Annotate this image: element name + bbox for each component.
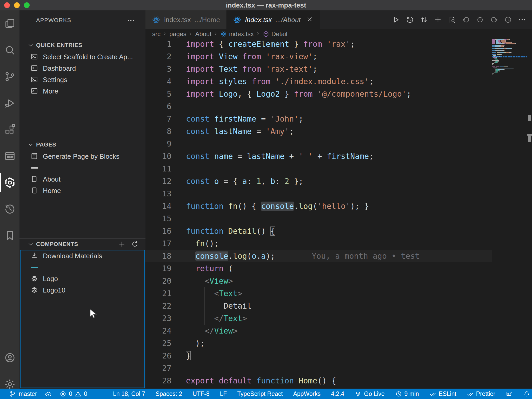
status-appworks[interactable]: AppWorks: [293, 390, 321, 397]
sidebar-item-logo[interactable]: Logo: [19, 273, 145, 284]
editor-action-open-changes[interactable]: [418, 13, 430, 26]
sidebar-item-about[interactable]: About: [19, 174, 145, 185]
sidebar-item-select-scaffold-to-create-ap[interactable]: Select Scaffold to Create Ap...: [19, 51, 145, 63]
tab-index-tsx-home[interactable]: index.tsx.../Home: [145, 10, 227, 29]
status-go-live[interactable]: Go Live: [355, 390, 384, 397]
status-encoding[interactable]: UTF-8: [192, 390, 209, 397]
breadcrumb-label: src: [152, 30, 161, 38]
status-indentation[interactable]: Spaces: 2: [156, 390, 182, 397]
breadcrumb-item-pages[interactable]: pages: [169, 30, 186, 38]
activity-item-source-control[interactable]: [0, 63, 19, 90]
status-time-tracker[interactable]: 9 min: [395, 390, 419, 397]
code-line-8[interactable]: 8const lastName = 'Amy';: [145, 125, 492, 138]
breadcrumb-item-detail[interactable]: Detail: [263, 30, 287, 38]
code-line-20[interactable]: 20 <View>: [145, 275, 492, 287]
editor-action-run[interactable]: [390, 13, 402, 26]
code-editor[interactable]: 1import { createElement } from 'rax';2im…: [145, 38, 492, 389]
breadcrumb-item-index-tsx[interactable]: index.tsx: [220, 30, 254, 38]
code-line-14[interactable]: 14function fn() { console.log('hello'); …: [145, 200, 492, 212]
status-branch[interactable]: master: [9, 390, 37, 397]
code-line-15[interactable]: 15: [145, 212, 492, 225]
status-version[interactable]: 4.2.4: [331, 390, 344, 397]
breadcrumb-item-src[interactable]: src: [152, 30, 161, 38]
close-tab-button[interactable]: [306, 16, 314, 24]
code-line-21[interactable]: 21 <Text>: [145, 287, 492, 300]
breadcrumb-item-about[interactable]: About: [195, 30, 211, 38]
code-line-16[interactable]: 16function Detail() {: [145, 225, 492, 237]
code-line-6[interactable]: 6: [145, 100, 492, 113]
activity-item-timeline[interactable]: [0, 196, 19, 222]
section-header-quick-entries[interactable]: QUICK ENTRIES: [19, 39, 145, 51]
code-line-26[interactable]: 26}: [145, 350, 492, 362]
sidebar-item-dashboard[interactable]: Dashboard: [19, 63, 145, 74]
code-line-22[interactable]: 22 Detail: [145, 300, 492, 312]
line-number: 7: [145, 113, 171, 125]
add-button[interactable]: [118, 240, 126, 248]
sidebar-item-more[interactable]: More: [19, 85, 145, 97]
code-line-13[interactable]: 13: [145, 188, 492, 200]
code-line-28[interactable]: 28export default function Home() {: [145, 375, 492, 387]
activity-item-account[interactable]: [0, 344, 19, 371]
activity-item-bookmarks[interactable]: [0, 222, 19, 249]
activity-bar: [0, 10, 19, 389]
activity-item-run-debug[interactable]: [0, 90, 19, 116]
sidebar-item-generate-page-by-blocks[interactable]: Generate Page by Blocks: [19, 151, 145, 162]
code-line-1[interactable]: 1import { createElement } from 'rax';: [145, 38, 492, 50]
tab-index-tsx-about[interactable]: index.tsx.../About: [227, 10, 320, 29]
sidebar-item-settings[interactable]: Settings: [19, 74, 145, 85]
status-cursor-position[interactable]: Ln 18, Col 7: [113, 390, 145, 397]
minimap[interactable]: [492, 39, 527, 148]
refresh-button[interactable]: [131, 240, 139, 248]
activity-item-search[interactable]: [0, 37, 19, 63]
activity-item-appworks[interactable]: [0, 169, 19, 196]
status-label: AppWorks: [293, 390, 321, 397]
code-line-7[interactable]: 7const firstName = 'John';: [145, 113, 492, 125]
status-sync[interactable]: [45, 390, 52, 397]
code-line-9[interactable]: 9: [145, 138, 492, 150]
editor-action-more-actions[interactable]: [516, 13, 528, 26]
status-notifications[interactable]: [523, 390, 530, 397]
code-line-19[interactable]: 19 return (: [145, 262, 492, 275]
circle-right-icon: [490, 16, 498, 24]
sidebar-item-label: Generate Page by Blocks: [43, 152, 119, 161]
line-number: 12: [145, 175, 171, 188]
status-problems[interactable]: 00: [59, 390, 87, 397]
editor-action-nav-forward[interactable]: [488, 13, 500, 26]
code-line-23[interactable]: 23 </Text>: [145, 312, 492, 325]
activity-item-extensions[interactable]: [0, 116, 19, 143]
sidebar-item-home[interactable]: Home: [19, 185, 145, 196]
editor-action-search-editor[interactable]: [446, 13, 458, 26]
section-label: COMPONENTS: [36, 241, 78, 248]
code-line-17[interactable]: 17 fn();: [145, 237, 492, 250]
editor-action-nav-dot[interactable]: [474, 13, 486, 26]
section-header-components[interactable]: COMPONENTS: [19, 238, 145, 250]
editor-action-timer[interactable]: [502, 13, 514, 26]
sidebar-item-download-materials[interactable]: Download Materials: [19, 250, 145, 262]
status-prettier[interactable]: Prettier: [467, 390, 495, 397]
status-eslint[interactable]: ESLint: [429, 390, 456, 397]
code-line-25[interactable]: 25 );: [145, 337, 492, 350]
code-line-10[interactable]: 10const name = lastName + ' ' + firstNam…: [145, 150, 492, 163]
editor-action-nav-back[interactable]: [460, 13, 472, 26]
status-language[interactable]: TypeScript React: [237, 390, 283, 397]
sidebar-item-logo10[interactable]: Logo10: [19, 284, 145, 296]
code-line-24[interactable]: 24 </View>: [145, 325, 492, 337]
status-feedback[interactable]: [506, 390, 513, 397]
code-line-4[interactable]: 4import styles from './index.module.css'…: [145, 75, 492, 88]
more-actions-icon[interactable]: [127, 16, 135, 25]
code-line-11[interactable]: 11: [145, 163, 492, 175]
code-line-3[interactable]: 3import Text from 'rax-text';: [145, 63, 492, 75]
code-line-18[interactable]: 18 console.log(o.a);You, a month ago • t…: [145, 250, 492, 262]
code-line-12[interactable]: 12const o = { a: 1, b: 2 };: [145, 175, 492, 188]
section-header-pages[interactable]: PAGES: [19, 139, 145, 150]
line-number: 11: [145, 163, 171, 175]
code-line-2[interactable]: 2import View from 'rax-view';: [145, 50, 492, 63]
activity-item-app-preview[interactable]: [0, 143, 19, 169]
code-line-27[interactable]: 27: [145, 362, 492, 375]
editor-action-new-file[interactable]: [432, 13, 444, 26]
activity-item-explorer[interactable]: [0, 10, 19, 37]
status-eol[interactable]: LF: [220, 390, 227, 397]
status-label: 4.2.4: [331, 390, 344, 397]
code-line-5[interactable]: 5import Logo, { Logo2 } from '@/componen…: [145, 88, 492, 100]
editor-action-local-history[interactable]: [404, 13, 416, 26]
